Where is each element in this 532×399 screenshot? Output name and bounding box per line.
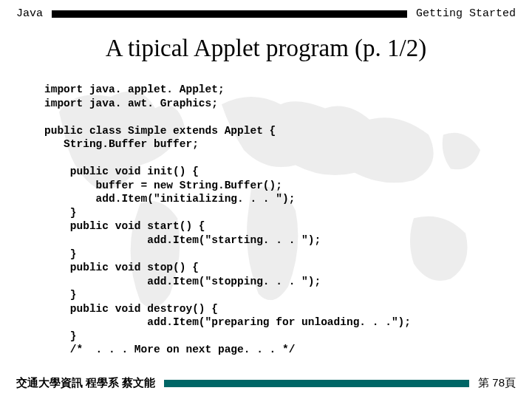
header-right-label: Getting Started <box>416 7 516 20</box>
code-block: import java. applet. Applet; import java… <box>0 83 532 357</box>
slide-container: Java Getting Started A tipical Applet pr… <box>0 0 532 399</box>
footer-left-label: 交通大學資訊 程學系 蔡文能 <box>16 376 155 390</box>
footer-page-number: 第 78頁 <box>478 376 516 390</box>
header-divider-bar <box>52 10 407 18</box>
header-left-label: Java <box>16 7 43 20</box>
footer-divider-bar <box>164 380 469 387</box>
footer-row: 交通大學資訊 程學系 蔡文能 第 78頁 <box>16 376 516 390</box>
slide-title: A tipical Applet program (p. 1/2) <box>0 35 532 62</box>
header-row: Java Getting Started <box>0 0 532 20</box>
